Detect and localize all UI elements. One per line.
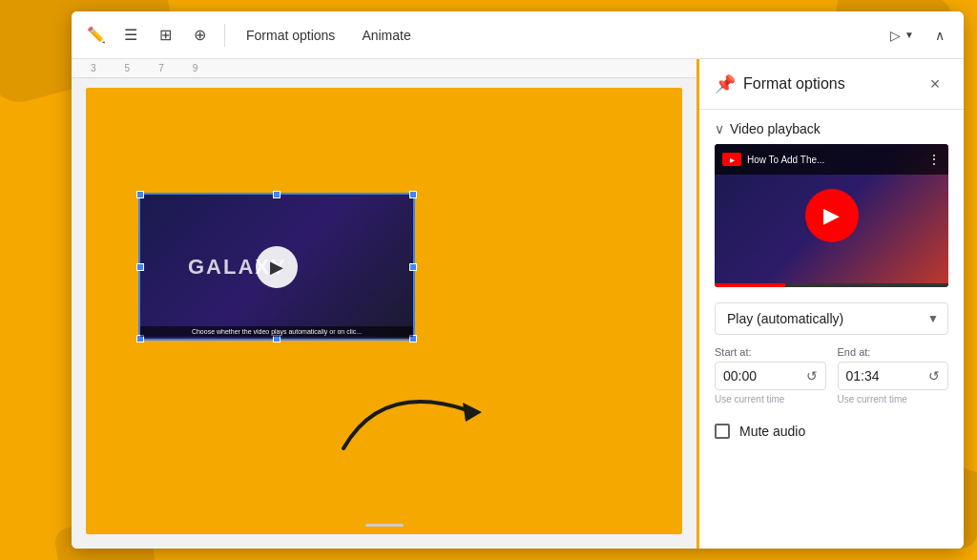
ruler-mark: 7 bbox=[158, 63, 164, 73]
handle-top-left[interactable] bbox=[136, 191, 144, 198]
mute-audio-checkbox[interactable] bbox=[715, 424, 730, 439]
content-area: 3 5 7 9 GALAXY ▶ bbox=[72, 59, 964, 549]
list-icon[interactable]: ☰ bbox=[117, 22, 144, 49]
panel-video-title: How To Add The... bbox=[747, 155, 922, 165]
playback-dropdown-wrapper: Play (automatically) Play (on click) Pla… bbox=[715, 302, 948, 335]
end-at-reset-button[interactable]: ↺ bbox=[928, 368, 940, 384]
animate-button[interactable]: Animate bbox=[352, 23, 420, 48]
pin-icon: 📌 bbox=[715, 73, 736, 94]
format-panel: 📌 Format options × ∨ Video playback ▶ Ho bbox=[696, 59, 964, 549]
arrow-annotation bbox=[324, 363, 496, 458]
toolbar-right: ▷ ▼ ∧ bbox=[883, 24, 952, 47]
toolbar: ✏️ ☰ ⊞ ⊕ Format options Animate ▷ ▼ ∧ bbox=[72, 11, 964, 59]
panel-video-topbar: ▶ How To Add The... ⋮ bbox=[715, 144, 948, 175]
handle-mid-right[interactable] bbox=[409, 263, 417, 271]
collapse-button[interactable]: ∧ bbox=[927, 24, 952, 47]
youtube-logo-icon: ▶ bbox=[722, 153, 741, 166]
format-options-button[interactable]: Format options bbox=[237, 23, 344, 48]
toolbar-divider bbox=[224, 24, 225, 47]
share-chevron-icon: ▼ bbox=[904, 30, 914, 40]
chevron-down-icon: ∨ bbox=[715, 121, 724, 136]
section-title-video-playback: Video playback bbox=[730, 121, 821, 136]
ruler-mark: 5 bbox=[125, 63, 131, 73]
panel-video-thumbnail[interactable]: ▶ How To Add The... ⋮ ▶ bbox=[715, 144, 948, 287]
edit-icon[interactable]: ✏️ bbox=[83, 22, 110, 49]
mute-audio-label: Mute audio bbox=[739, 424, 805, 439]
panel-video-bg: ▶ How To Add The... ⋮ ▶ bbox=[715, 144, 948, 287]
start-at-col: Start at: ↺ bbox=[715, 346, 826, 390]
panel-video-more-icon: ⋮ bbox=[927, 152, 941, 167]
end-at-label: End at: bbox=[838, 346, 949, 358]
time-fields-row: Start at: ↺ End at: ↺ bbox=[699, 346, 964, 390]
mute-audio-row: Mute audio bbox=[699, 416, 964, 446]
youtube-logo-text: ▶ bbox=[730, 156, 735, 163]
share-button[interactable]: ▷ ▼ bbox=[883, 24, 922, 47]
slide-video[interactable]: GALAXY ▶ Choose whether the video plays … bbox=[138, 193, 415, 341]
insert-icon[interactable]: ⊕ bbox=[186, 22, 213, 49]
start-at-input[interactable] bbox=[723, 368, 802, 384]
start-at-input-wrapper: ↺ bbox=[715, 362, 826, 390]
panel-video-progressbar bbox=[715, 283, 948, 287]
end-hint: Use current time bbox=[838, 394, 949, 404]
close-panel-button[interactable]: × bbox=[922, 71, 948, 97]
ruler-mark: 9 bbox=[193, 63, 198, 73]
playback-dropdown-row: Play (automatically) Play (on click) Pla… bbox=[699, 299, 964, 346]
start-hint: Use current time bbox=[715, 394, 826, 404]
slide-play-button[interactable]: ▶ bbox=[256, 246, 298, 288]
page-indicator bbox=[365, 524, 404, 527]
grid-icon[interactable]: ⊞ bbox=[152, 22, 178, 49]
slide-video-inner: GALAXY ▶ bbox=[140, 195, 413, 339]
end-at-input[interactable] bbox=[846, 368, 925, 384]
start-at-label: Start at: bbox=[715, 346, 826, 358]
end-at-col: End at: ↺ bbox=[838, 346, 949, 390]
ruler-mark: 3 bbox=[91, 63, 96, 73]
ruler: 3 5 7 9 bbox=[72, 59, 696, 78]
slide-caption: Choose whether the video plays automatic… bbox=[140, 326, 413, 337]
format-panel-header: 📌 Format options × bbox=[699, 59, 964, 110]
handle-mid-left[interactable] bbox=[136, 263, 144, 271]
collapse-icon: ∧ bbox=[935, 28, 945, 43]
share-icon: ▷ bbox=[890, 28, 901, 43]
panel-title: Format options bbox=[743, 75, 922, 93]
panel-video-progress-fill bbox=[715, 283, 785, 287]
handle-top-mid[interactable] bbox=[273, 191, 281, 198]
time-hints-row: Use current time Use current time bbox=[699, 394, 964, 404]
section-header-video-playback[interactable]: ∨ Video playback bbox=[699, 110, 964, 144]
handle-top-right[interactable] bbox=[409, 191, 417, 198]
panel-video-play-button[interactable]: ▶ bbox=[805, 189, 859, 242]
end-at-input-wrapper: ↺ bbox=[838, 362, 949, 390]
main-window: ✏️ ☰ ⊞ ⊕ Format options Animate ▷ ▼ ∧ 3 … bbox=[72, 11, 964, 549]
slide-canvas[interactable]: GALAXY ▶ Choose whether the video plays … bbox=[86, 88, 682, 534]
slide-editor: 3 5 7 9 GALAXY ▶ bbox=[72, 59, 696, 549]
start-at-reset-button[interactable]: ↺ bbox=[806, 368, 818, 384]
svg-marker-0 bbox=[463, 403, 482, 422]
playback-dropdown[interactable]: Play (automatically) Play (on click) Pla… bbox=[715, 302, 948, 335]
